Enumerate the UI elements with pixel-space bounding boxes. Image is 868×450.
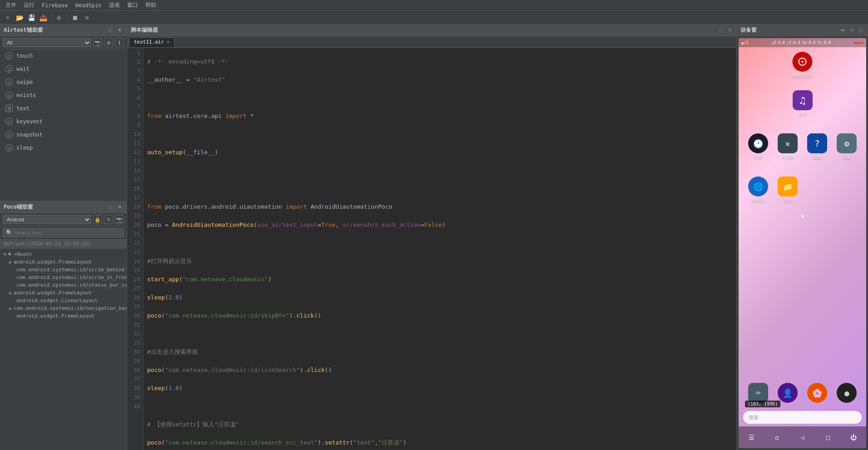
airtest-filter-select[interactable]: All [3, 38, 91, 47]
api-item-keyevent[interactable]: ○ keyevent [0, 115, 127, 128]
poco-lock-btn[interactable]: 🔒 [93, 215, 102, 224]
airtest-minimize-btn[interactable]: □ [107, 27, 114, 34]
app-photos-wrap[interactable]: 🌸 [807, 383, 827, 403]
app-contacts-wrap[interactable]: 👤 [778, 383, 798, 403]
api-item-exists[interactable]: ○ exists [0, 89, 127, 102]
nav-home-btn[interactable]: ⌂ [770, 431, 783, 444]
nav-back-btn[interactable]: ◁ [796, 431, 809, 444]
tree-label-scrim-front: com.android.systemui:id/scrim_in_front [16, 274, 127, 280]
poco-refresh-btn[interactable]: ↻ [104, 215, 113, 224]
ln-24: 24 [130, 257, 140, 266]
toolbar-export[interactable]: 📤 [38, 13, 48, 23]
tree-item-scrim-front[interactable]: com.android.systemui:id/scrim_in_front [0, 274, 127, 281]
device-header: 设备窗 ⇔ ＋ □ [737, 24, 868, 36]
toolbar-save[interactable]: 💾 [26, 13, 36, 23]
poco-platform-select[interactable]: Android [3, 215, 91, 224]
device-screen: ▲/1 △X:0.0 △Y:0.0 Xv:0.0 Yv:0.0 ●●●● 网易云… [739, 38, 866, 448]
tree-item-linearlayout[interactable]: android.widget.LinearLayout [0, 297, 127, 304]
device-add-btn[interactable]: ＋ [848, 27, 855, 34]
app-settings-wrap[interactable]: ⚙ 设置 [837, 133, 857, 161]
editor-maximize-btn[interactable]: □ [718, 27, 725, 34]
menu-firebase[interactable]: Firebase [38, 1, 72, 10]
toolbar-menu[interactable]: ≡ [82, 13, 92, 23]
touch-icon: ○ [5, 52, 13, 59]
menu-run[interactable]: 运行 [20, 0, 38, 10]
tree-item-root[interactable]: ▼ ▼ <Root> [0, 250, 127, 258]
app-keyboard-wrap[interactable]: ⌨ [748, 383, 768, 403]
tree-arrow-fl1: ▶ [9, 259, 12, 264]
tab-close-icon[interactable]: ✕ [167, 39, 170, 45]
api-item-swipe[interactable]: ○ swipe [0, 76, 127, 89]
tree-label-scrim-behind: com.android.systemui:id/scrim_behind [16, 267, 124, 273]
app-browser-wrap[interactable]: 🌐 浏览器 [748, 176, 768, 204]
ln-21: 21 [130, 230, 140, 239]
tree-label-fl1: android.widget.FrameLayout [14, 259, 92, 265]
app-help-wrap[interactable]: ? 游戏 [807, 133, 827, 161]
menu-options[interactable]: 选项 [105, 0, 123, 10]
app-icon-netease[interactable] [793, 52, 813, 72]
menu-file[interactable]: 文件 [2, 0, 20, 10]
editor-tab-test11[interactable]: test11.air ✕ [129, 37, 175, 47]
toolbar-new[interactable]: ＋ [3, 13, 13, 23]
airtest-grid-btn[interactable]: ⊞ [104, 38, 113, 47]
tree-label-status-bar: com.android.systemui:id/status_bar_cont.… [16, 282, 127, 288]
tab-label: test11.air [134, 39, 164, 45]
toolbar-cursor[interactable]: ⊹ [54, 13, 64, 23]
api-item-text[interactable]: ☰ text [0, 102, 127, 115]
clock-label: 打钟 [754, 155, 762, 161]
menu-window[interactable]: 窗口 [123, 0, 142, 10]
poco-search-input[interactable] [15, 230, 121, 235]
app-icon-help: ? [807, 133, 827, 153]
status-coords: △X:0.0 △Y:0.0 Xv:0.0 Yv:0.0 [772, 41, 831, 45]
api-label-snapshot: snapshot [16, 132, 43, 138]
poco-close-btn[interactable]: ✕ [116, 204, 123, 211]
toolbar-open[interactable]: 📂 [15, 13, 25, 23]
api-label-keyevent: keyevent [16, 118, 43, 125]
api-label-sleep: sleep [16, 145, 33, 151]
poco-minimize-btn[interactable]: □ [107, 204, 114, 211]
app-music-wrap[interactable]: ♫ 音乐 [793, 90, 813, 117]
device-maximize-btn[interactable]: □ [857, 27, 864, 34]
editor-close-btn[interactable]: ✕ [726, 27, 733, 34]
api-item-sleep[interactable]: ○ sleep [0, 142, 127, 155]
code-line-14: sleep(2.0) [147, 293, 733, 302]
ln-26: 26 [130, 275, 140, 284]
nav-power-btn[interactable]: ⏻ [847, 431, 860, 444]
tree-item-status-bar[interactable]: com.android.systemui:id/status_bar_cont.… [0, 281, 127, 289]
cross-label: 计算器 [781, 155, 794, 161]
menu-headspin[interactable]: HeadSpin [72, 1, 105, 10]
tree-item-navbar[interactable]: ▶ com.android.systemui:id/navigation_bar… [0, 304, 127, 312]
device-resize-btn[interactable]: ⇔ [839, 27, 846, 34]
airtest-info-btn[interactable]: ℹ [115, 38, 124, 47]
nav-menu-btn[interactable]: ☰ [745, 431, 758, 444]
airtest-close-btn[interactable]: ✕ [116, 27, 123, 34]
app-folder-wrap[interactable]: 📁 文件 [778, 176, 798, 204]
code-line-15: poco("com.netease.cloudmusic:id/skipBtn"… [147, 311, 733, 320]
device-search-bar[interactable]: 搜索 [743, 411, 862, 424]
app-clock-wrap[interactable]: 🕐 打钟 [748, 133, 768, 161]
tree-item-framelayout-2[interactable]: ▶ android.widget.FrameLayout [0, 289, 127, 297]
nav-recents-btn[interactable]: □ [822, 431, 834, 444]
tree-item-framelayout-1[interactable]: ▶ android.widget.FrameLayout [0, 258, 127, 266]
text-icon: ☰ [5, 105, 13, 112]
toolbar-stop[interactable]: ⏹ [70, 13, 80, 23]
poco-panel: Poco辅助窗 □ ✕ Android 🔒 ↻ 📷 🔍 [0, 201, 127, 450]
tree-item-scrim-behind[interactable]: com.android.systemui:id/scrim_behind [0, 266, 127, 274]
tree-item-framelayout-3[interactable]: android.widget.FrameLayout [0, 312, 127, 320]
poco-capture-btn[interactable]: 📷 [115, 215, 124, 224]
ln-8: 8 [130, 112, 140, 121]
code-area[interactable]: 1 2 3 4 5 6 7 8 9 10 11 12 13 14 15 16 1 [127, 48, 736, 450]
code-line-6: auto_setup(__file__) [147, 148, 733, 157]
tree-label-fl2: android.widget.FrameLayout [14, 290, 92, 296]
poco-panel-header: Poco辅助窗 □ ✕ [0, 201, 127, 213]
airtest-add-icon-btn[interactable]: 📷 [93, 38, 102, 47]
menu-help[interactable]: 帮助 [142, 0, 160, 10]
main-layout: Airtest辅助窗 □ ✕ All 📷 ⊞ ℹ ○ touch [0, 24, 868, 450]
api-item-touch[interactable]: ○ touch [0, 49, 127, 63]
api-item-wait[interactable]: ○ wait [0, 63, 127, 76]
code-line-21: # 【使用setattr】输入"汪苏泷" [147, 420, 733, 429]
app-dark-wrap[interactable]: ● [837, 383, 857, 403]
app-cross-wrap[interactable]: ✕ 计算器 [778, 133, 798, 161]
browser-label: 浏览器 [752, 198, 764, 204]
api-item-snapshot[interactable]: ○ snapshot [0, 128, 127, 142]
